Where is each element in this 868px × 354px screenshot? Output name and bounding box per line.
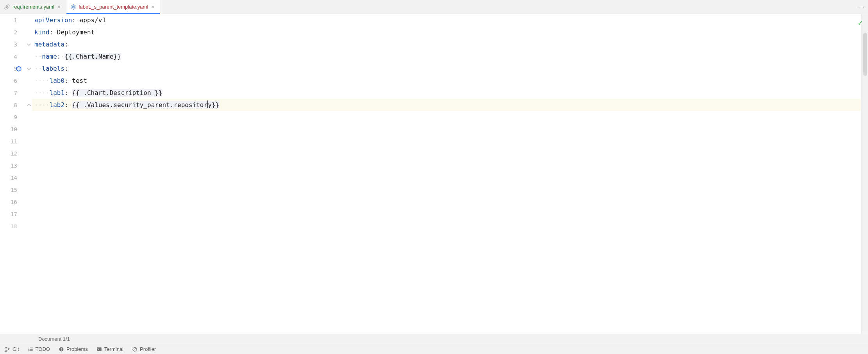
svg-point-6: [28, 347, 29, 348]
tab-label-template[interactable]: labeL_s_parent_template.yaml ×: [66, 0, 160, 14]
warning-icon: [59, 347, 64, 352]
gutter: 1 2 3 4 5 6 7 8 9 10 11 12 13 14 15: [0, 14, 32, 334]
tool-label: Profiler: [140, 346, 156, 352]
line-number[interactable]: 5: [0, 63, 32, 75]
svg-rect-11: [61, 350, 61, 350]
git-branch-icon: [5, 347, 10, 352]
line-number[interactable]: 15: [0, 184, 32, 196]
list-icon: [28, 347, 33, 352]
code-area[interactable]: apiVersion:·apps/v1 kind:·Deployment met…: [32, 14, 861, 334]
git-tool[interactable]: Git: [5, 346, 19, 352]
kebab-icon: ⋮: [860, 4, 862, 10]
line-number[interactable]: 2: [0, 26, 32, 38]
tab-bar: requirements.yaml × labeL_s_parent_templ…: [0, 0, 868, 14]
line-number[interactable]: 11: [0, 135, 32, 147]
line-number[interactable]: 3: [0, 38, 32, 50]
svg-point-3: [5, 347, 7, 348]
svg-point-4: [5, 350, 7, 351]
editor: 1 2 3 4 5 6 7 8 9 10 11 12 13 14 15: [0, 14, 868, 334]
line-number[interactable]: 9: [0, 111, 32, 123]
profiler-icon: [132, 347, 138, 352]
tab-label: requirements.yaml: [13, 4, 54, 10]
breadcrumb[interactable]: Document 1/1: [0, 334, 868, 344]
close-icon[interactable]: ×: [150, 4, 155, 9]
line-number[interactable]: 7: [0, 87, 32, 99]
tab-requirements[interactable]: requirements.yaml ×: [0, 0, 66, 14]
line-number[interactable]: 1: [0, 14, 32, 26]
bottom-toolbar: Git TODO Problems Terminal Profiler: [0, 344, 868, 354]
problems-tool[interactable]: Problems: [59, 346, 88, 352]
line-number[interactable]: 16: [0, 196, 32, 208]
fold-open-icon[interactable]: [27, 42, 31, 47]
line-number[interactable]: 12: [0, 147, 32, 159]
line-number[interactable]: 10: [0, 123, 32, 135]
right-rail[interactable]: [861, 14, 868, 334]
tool-label: TODO: [36, 346, 50, 352]
tab-spacer: [160, 0, 854, 14]
close-icon[interactable]: ×: [57, 4, 61, 9]
tab-label: labeL_s_parent_template.yaml: [79, 4, 148, 10]
line-number[interactable]: 14: [0, 172, 32, 184]
fold-open-icon[interactable]: [27, 66, 31, 71]
gear-icon: [70, 4, 77, 10]
profiler-tool[interactable]: Profiler: [132, 346, 156, 352]
svg-rect-10: [61, 348, 61, 349]
tool-label: Terminal: [104, 346, 123, 352]
line-number[interactable]: 18: [0, 220, 32, 232]
line-number[interactable]: 6: [0, 75, 32, 87]
todo-tool[interactable]: TODO: [28, 346, 50, 352]
scrollbar-thumb[interactable]: [863, 33, 867, 76]
line-number[interactable]: 8: [0, 99, 32, 111]
check-icon[interactable]: ✓: [857, 19, 863, 27]
terminal-icon: [96, 347, 102, 352]
terminal-tool[interactable]: Terminal: [96, 346, 123, 352]
breadcrumb-text: Document 1/1: [38, 336, 70, 342]
svg-point-0: [72, 6, 74, 7]
line-number[interactable]: 17: [0, 208, 32, 220]
line-number[interactable]: 13: [0, 159, 32, 172]
svg-point-8: [28, 350, 29, 351]
svg-point-5: [8, 347, 9, 349]
link-icon: [4, 4, 10, 10]
line-number[interactable]: 4: [0, 50, 32, 63]
svg-point-7: [28, 349, 29, 350]
tool-label: Problems: [66, 346, 88, 352]
svg-rect-12: [97, 347, 101, 351]
fold-close-icon[interactable]: [27, 103, 31, 107]
tab-overflow-button[interactable]: ⋮: [854, 0, 868, 14]
tool-label: Git: [13, 346, 19, 352]
kubernetes-icon[interactable]: [16, 66, 22, 72]
